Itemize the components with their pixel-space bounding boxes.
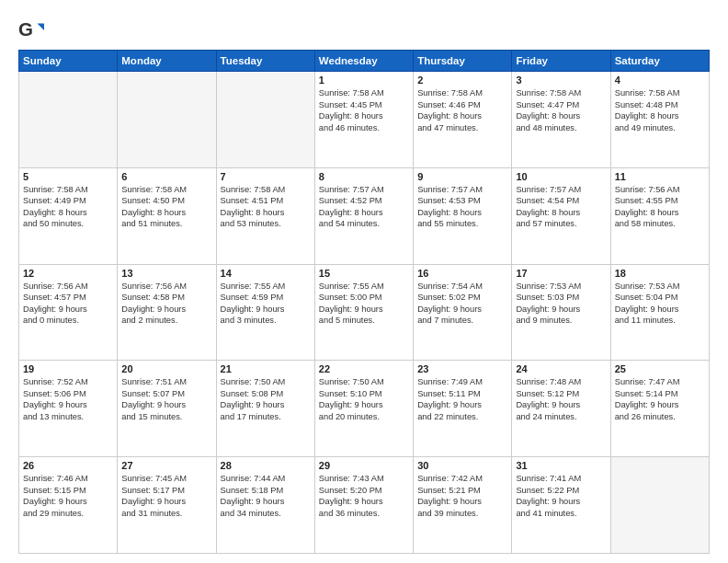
cell-info-line: and 39 minutes. [417,508,507,520]
cell-info-line: Daylight: 9 hours [23,496,113,508]
day-number: 20 [121,363,211,374]
cell-info-line: Daylight: 9 hours [121,399,211,411]
cell-info-line: Sunset: 4:54 PM [516,195,606,207]
day-number: 29 [319,460,409,471]
page: G SundayMondayTuesdayWednesdayThursdayFr… [0,0,728,563]
cell-info-line: Daylight: 9 hours [615,304,705,316]
cell-info-line: Sunset: 5:02 PM [417,292,507,304]
cell-info-line: Sunrise: 7:42 AM [417,473,507,485]
cell-info-line: Daylight: 9 hours [516,304,606,316]
day-number: 16 [417,268,507,279]
weekday-header-saturday: Saturday [610,51,709,72]
cell-info-line: Sunset: 5:03 PM [516,292,606,304]
cell-info-line: Sunrise: 7:56 AM [121,281,211,293]
cell-info-line: Sunrise: 7:58 AM [417,87,507,99]
cell-info-line: Sunset: 4:53 PM [417,195,507,207]
cell-info-line: Daylight: 9 hours [417,496,507,508]
calendar-cell: 5Sunrise: 7:58 AMSunset: 4:49 PMDaylight… [19,167,118,264]
cell-info-line: and 24 minutes. [516,411,606,423]
calendar-cell: 15Sunrise: 7:55 AMSunset: 5:00 PMDayligh… [314,264,413,361]
svg-text:G: G [18,18,33,40]
day-number: 23 [417,363,507,374]
cell-info-line: and 29 minutes. [23,508,113,520]
day-number: 28 [221,460,311,471]
cell-info-line: Sunrise: 7:49 AM [417,376,507,388]
cell-info-line: Sunrise: 7:50 AM [221,376,311,388]
cell-info-line: Sunset: 4:48 PM [615,99,705,111]
calendar-cell: 22Sunrise: 7:50 AMSunset: 5:10 PMDayligh… [314,361,413,457]
day-number: 30 [417,460,507,471]
cell-info-line: Sunrise: 7:57 AM [319,184,409,196]
day-number: 9 [417,171,507,182]
cell-info-line: and 53 minutes. [221,218,311,230]
day-number: 1 [319,75,409,86]
cell-info-line: Sunrise: 7:56 AM [615,184,705,196]
day-number: 10 [516,171,606,182]
cell-info-line: and 31 minutes. [121,508,211,520]
day-number: 12 [23,268,113,279]
weekday-header-sunday: Sunday [19,51,118,72]
weekday-header-friday: Friday [512,51,610,72]
cell-info-line: Daylight: 9 hours [516,496,606,508]
day-number: 31 [516,460,606,471]
calendar-cell: 3Sunrise: 7:58 AMSunset: 4:47 PMDaylight… [512,72,610,168]
cell-info-line: Sunset: 4:50 PM [121,195,211,207]
cell-info-line: and 2 minutes. [121,315,211,327]
cell-info-line: Sunset: 5:07 PM [121,388,211,400]
cell-info-line: Sunrise: 7:58 AM [516,87,606,99]
calendar-cell: 13Sunrise: 7:56 AMSunset: 4:58 PMDayligh… [118,264,216,361]
day-number: 17 [516,268,606,279]
cell-info-line: and 13 minutes. [23,411,113,423]
cell-info-line: Daylight: 8 hours [121,207,211,219]
cell-info-line: Sunrise: 7:50 AM [319,376,409,388]
cell-info-line: Sunrise: 7:43 AM [319,473,409,485]
calendar-cell: 29Sunrise: 7:43 AMSunset: 5:20 PMDayligh… [314,457,413,554]
day-number: 11 [615,171,705,182]
cell-info-line: Sunset: 5:04 PM [615,292,705,304]
cell-info-line: Sunset: 5:22 PM [516,485,606,497]
cell-info-line: Sunset: 4:45 PM [319,99,409,111]
logo: G [18,17,48,42]
calendar-cell [610,457,709,554]
calendar-cell: 24Sunrise: 7:48 AMSunset: 5:12 PMDayligh… [512,361,610,457]
day-number: 25 [615,363,705,374]
cell-info-line: and 9 minutes. [516,315,606,327]
weekday-header-wednesday: Wednesday [314,51,413,72]
calendar-cell: 14Sunrise: 7:55 AMSunset: 4:59 PMDayligh… [216,264,314,361]
cell-info-line: Daylight: 8 hours [615,207,705,219]
cell-info-line: and 41 minutes. [516,508,606,520]
cell-info-line: Daylight: 8 hours [23,207,113,219]
cell-info-line: and 11 minutes. [615,315,705,327]
cell-info-line: Daylight: 8 hours [516,207,606,219]
day-number: 19 [23,363,113,374]
cell-info-line: and 55 minutes. [417,218,507,230]
cell-info-line: Daylight: 9 hours [23,304,113,316]
cell-info-line: and 48 minutes. [516,122,606,134]
cell-info-line: Daylight: 8 hours [417,110,507,122]
header: G [18,17,710,42]
cell-info-line: and 47 minutes. [417,122,507,134]
cell-info-line: and 51 minutes. [121,218,211,230]
cell-info-line: Sunrise: 7:55 AM [319,281,409,293]
cell-info-line: Sunrise: 7:41 AM [516,473,606,485]
calendar-cell: 1Sunrise: 7:58 AMSunset: 4:45 PMDaylight… [314,72,413,168]
week-row-4: 19Sunrise: 7:52 AMSunset: 5:06 PMDayligh… [19,361,710,457]
calendar-cell: 30Sunrise: 7:42 AMSunset: 5:21 PMDayligh… [414,457,512,554]
cell-info-line: and 54 minutes. [319,218,409,230]
calendar-cell: 23Sunrise: 7:49 AMSunset: 5:11 PMDayligh… [414,361,512,457]
calendar-cell: 20Sunrise: 7:51 AMSunset: 5:07 PMDayligh… [118,361,216,457]
weekday-header-tuesday: Tuesday [216,51,314,72]
cell-info-line: Daylight: 9 hours [221,399,311,411]
cell-info-line: Sunrise: 7:58 AM [121,184,211,196]
day-number: 18 [615,268,705,279]
cell-info-line: Sunrise: 7:46 AM [23,473,113,485]
cell-info-line: Daylight: 9 hours [121,304,211,316]
cell-info-line: Daylight: 8 hours [615,110,705,122]
calendar-cell [216,72,314,168]
cell-info-line: Sunset: 4:59 PM [221,292,311,304]
cell-info-line: Sunrise: 7:58 AM [615,87,705,99]
calendar-cell [118,72,216,168]
calendar-cell: 27Sunrise: 7:45 AMSunset: 5:17 PMDayligh… [118,457,216,554]
day-number: 22 [319,363,409,374]
cell-info-line: and 17 minutes. [221,411,311,423]
